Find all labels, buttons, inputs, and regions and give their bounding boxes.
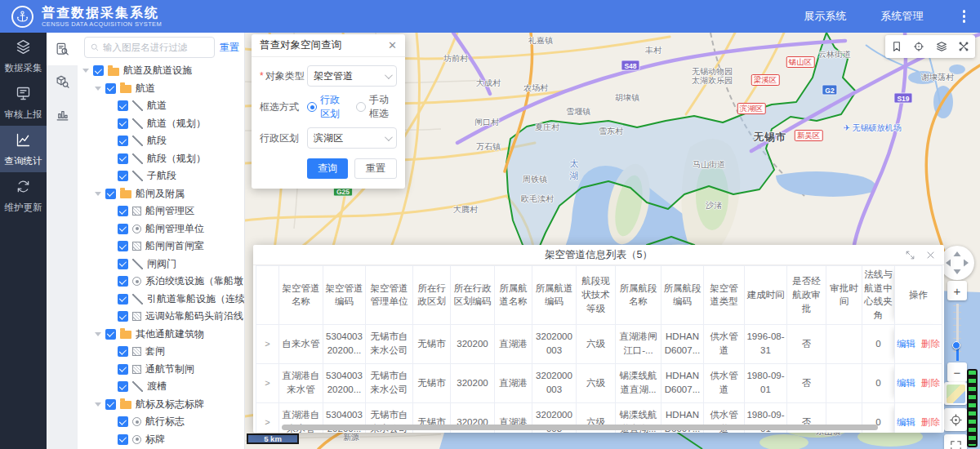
checkbox-checked-icon[interactable]	[118, 118, 128, 129]
tree-item-label: 其他通航建筑物	[136, 327, 204, 341]
tree-item[interactable]: 船闸管理区	[78, 202, 244, 220]
tree-item[interactable]: 标牌	[78, 431, 244, 449]
tree-item[interactable]: 船闸闸首闸室	[78, 238, 244, 256]
checkbox-checked-icon[interactable]	[118, 224, 128, 234]
checkbox-checked-icon[interactable]	[118, 416, 128, 427]
nav-system-manage[interactable]: 系统管理	[881, 9, 924, 24]
tool-item-model-search[interactable]	[47, 65, 78, 98]
checkbox-checked-icon[interactable]	[118, 364, 128, 375]
basemap-switcher-button[interactable]	[944, 382, 967, 405]
layers-icon[interactable]	[935, 40, 948, 53]
checkbox-checked-icon[interactable]	[118, 241, 128, 251]
checkbox-checked-icon[interactable]	[105, 83, 116, 94]
checkbox-checked-icon[interactable]	[118, 171, 128, 181]
checkbox-checked-icon[interactable]	[118, 276, 128, 287]
checkbox-checked-icon[interactable]	[118, 259, 128, 269]
object-type-select[interactable]: 架空管道	[307, 65, 397, 87]
checkbox-checked-icon[interactable]	[118, 346, 128, 357]
tree-item[interactable]: 航道及航道设施	[78, 62, 244, 80]
model-search-icon	[55, 74, 70, 90]
dialog-reset-button[interactable]: 重置	[354, 158, 397, 179]
row-expander-icon[interactable]: >	[256, 402, 279, 433]
tool-item-doc-search[interactable]	[47, 33, 78, 65]
tree-item[interactable]: 航段	[78, 132, 244, 150]
sidebar-item-stats[interactable]: 查询统计	[0, 126, 47, 172]
map[interactable]: 礼嘉镇丰村坊前村大成村农场村雪堰镇闸口村夏庄村雪东村胡埭镇万石镇周铁镇欧毛渎村大…	[245, 33, 980, 449]
checkbox-checked-icon[interactable]	[118, 206, 128, 216]
checkbox-checked-icon[interactable]	[105, 329, 116, 340]
tree-expander-icon[interactable]	[95, 402, 101, 407]
tree-item[interactable]: 船闸管理单位	[78, 220, 244, 238]
tree-item[interactable]: 其他通航建筑物	[78, 326, 244, 344]
tree-expander-icon[interactable]	[82, 69, 89, 73]
tree-item[interactable]: 渡槽	[78, 378, 244, 396]
tree-expander-icon[interactable]	[95, 332, 101, 336]
tree-item[interactable]: 引航道靠船设施（连续墙式）	[78, 291, 244, 309]
tree-expander-icon[interactable]	[95, 192, 101, 196]
close-panel-icon[interactable]	[925, 250, 936, 260]
delete-link[interactable]: 删除	[921, 378, 940, 388]
edit-link[interactable]: 编辑	[897, 378, 915, 388]
column-header: 所在行政区划	[413, 266, 451, 325]
sidebar-item-audit[interactable]: 审核上报	[0, 79, 47, 126]
sidebar-item-collect[interactable]: 数据采集	[0, 33, 47, 79]
zoom-out-button[interactable]: −	[947, 362, 967, 382]
tree-expander-icon[interactable]	[95, 87, 101, 91]
bookmark-icon[interactable]	[890, 40, 903, 53]
zoom-slider[interactable]	[951, 304, 963, 361]
locate-target-icon[interactable]	[912, 40, 925, 53]
locate-button[interactable]	[944, 408, 967, 431]
sidebar-item-update[interactable]: 维护更新	[0, 172, 47, 219]
row-expander-icon[interactable]: >	[256, 363, 279, 402]
layer-search-box[interactable]	[84, 37, 215, 58]
compass-control[interactable]	[940, 246, 974, 280]
map-label: 万石镇	[476, 141, 501, 153]
layer-search-input[interactable]	[103, 42, 209, 52]
line-layer-icon	[132, 100, 143, 111]
horizontal-scrollbar[interactable]	[282, 425, 878, 430]
tool-item-stat-chart[interactable]	[47, 98, 78, 131]
expand-panel-icon[interactable]	[905, 250, 915, 260]
radio-district[interactable]: 行政区划	[307, 93, 348, 121]
checkbox-checked-icon[interactable]	[118, 136, 128, 146]
tree-item[interactable]: 航段（规划）	[78, 150, 244, 168]
nav-display-system[interactable]: 展示系统	[804, 9, 847, 24]
tree-item[interactable]: 航道	[78, 80, 244, 98]
checkbox-checked-icon[interactable]	[105, 399, 116, 410]
tree-item[interactable]: 套闸	[78, 343, 244, 361]
checkbox-checked-icon[interactable]	[93, 65, 104, 76]
tree-item[interactable]: 航道（规划）	[78, 115, 244, 133]
checkbox-checked-icon[interactable]	[118, 311, 128, 322]
tree-item[interactable]: 子航段	[78, 167, 244, 185]
edit-link[interactable]: 编辑	[897, 417, 915, 427]
tree-item[interactable]: 远调站靠船码头前沿线	[78, 308, 244, 326]
dialog-close-icon[interactable]: ✕	[388, 39, 397, 51]
checkbox-checked-icon[interactable]	[118, 100, 128, 111]
radio-manual[interactable]: 手动框选	[356, 93, 397, 121]
more-menu-icon[interactable]	[958, 7, 971, 26]
checkbox-checked-icon[interactable]	[118, 381, 128, 392]
measure-icon[interactable]	[957, 40, 970, 53]
delete-link[interactable]: 删除	[921, 417, 940, 427]
tree-item[interactable]: 通航节制闸	[78, 361, 244, 379]
checkbox-checked-icon[interactable]	[105, 189, 116, 199]
layer-reset-link[interactable]: 重置	[220, 41, 239, 55]
checkbox-checked-icon[interactable]	[118, 434, 128, 445]
zoom-slider-knob[interactable]	[952, 341, 960, 349]
district-select[interactable]: 滨湖区	[307, 127, 397, 149]
row-expander-icon[interactable]: >	[256, 324, 279, 363]
checkbox-checked-icon[interactable]	[118, 294, 128, 305]
tree-item[interactable]: 航道	[78, 97, 244, 115]
tree-item-label: 航道	[136, 82, 155, 96]
fullscreen-button[interactable]	[944, 434, 967, 449]
zoom-in-button[interactable]: +	[947, 281, 967, 300]
tree-item[interactable]: 航行标志	[78, 413, 244, 431]
edit-link[interactable]: 编辑	[897, 339, 915, 349]
tree-item[interactable]: 系泊绞缆设施（靠船墩）	[78, 273, 244, 291]
tree-item[interactable]: 航标及标志标牌	[78, 396, 244, 414]
tree-item[interactable]: 船闸及附属	[78, 185, 244, 203]
tree-item[interactable]: 闸阀门	[78, 256, 244, 273]
query-button[interactable]: 查询	[307, 158, 348, 179]
delete-link[interactable]: 删除	[921, 339, 940, 349]
checkbox-checked-icon[interactable]	[118, 153, 128, 164]
